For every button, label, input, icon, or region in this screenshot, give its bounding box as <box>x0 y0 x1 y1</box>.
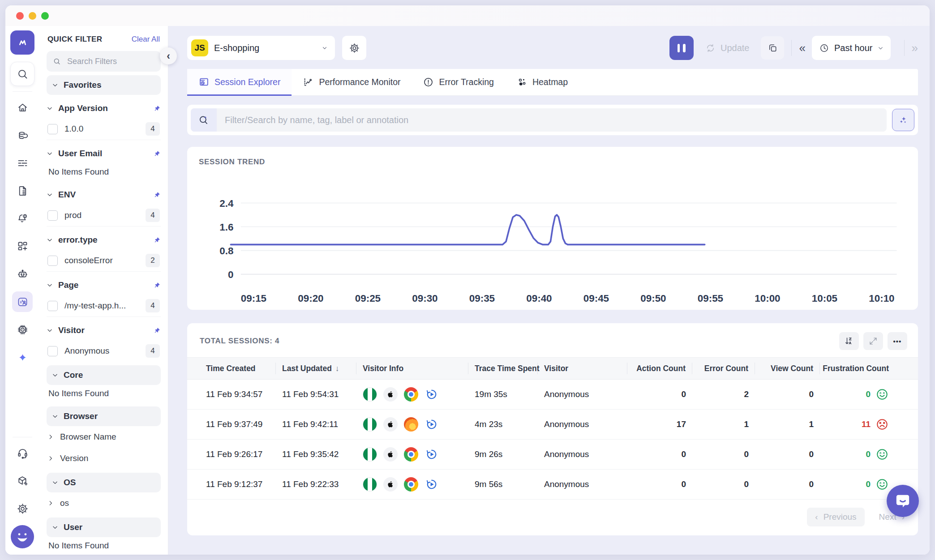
total-sessions-title: TOTAL SESSIONS: 4 <box>200 337 279 346</box>
action-count-cell: 0 <box>627 389 692 399</box>
checkbox[interactable] <box>47 301 58 311</box>
sort-button[interactable] <box>839 332 859 350</box>
time-range-selector[interactable]: Past hour <box>812 36 891 60</box>
filter-section-favorites-header[interactable]: Favorites <box>47 75 161 95</box>
tab-heatmap[interactable]: Heatmap <box>505 69 579 95</box>
rail-item-integrations[interactable] <box>12 470 33 491</box>
filter-section-browser-header[interactable]: Browser <box>47 406 161 426</box>
rail-item-reports[interactable] <box>12 180 33 201</box>
time-back-button[interactable]: « <box>799 42 805 54</box>
table-more-button[interactable]: ••• <box>888 332 907 350</box>
filter-subsection-version[interactable]: Version <box>47 448 161 469</box>
filter-option-anonymous[interactable]: Anonymous 4 <box>47 340 161 362</box>
tab-error-tracking[interactable]: Error Tracking <box>412 69 505 95</box>
chevron-down-icon <box>47 327 53 333</box>
filter-option-console-error[interactable]: consoleError 2 <box>47 250 161 272</box>
visitor-info-cell <box>356 387 468 402</box>
column-visitor[interactable]: Visitor <box>538 363 627 374</box>
filter-section-error-type-header[interactable]: error.type <box>47 230 161 250</box>
filter-subsection-browser-name[interactable]: Browser Name <box>47 426 161 448</box>
session-row-2[interactable]: 11 Feb 9:37:49 11 Feb 9:42:11 4m 23s Ano… <box>187 410 918 440</box>
pause-live-button[interactable] <box>669 36 694 60</box>
clear-all-button[interactable]: Clear All <box>132 35 160 44</box>
update-button[interactable]: Update <box>705 43 750 53</box>
filter-option-app-version[interactable]: 1.0.0 4 <box>47 118 161 140</box>
ai-assist-button[interactable] <box>892 109 914 131</box>
filter-section-env-header[interactable]: ENV <box>47 185 161 205</box>
session-row-3[interactable]: 11 Feb 9:26:17 11 Feb 9:35:42 9m 26s Ano… <box>187 440 918 470</box>
chrome-browser-icon <box>404 477 418 492</box>
rail-search-button[interactable] <box>10 62 34 86</box>
minimize-window-button[interactable] <box>29 12 36 20</box>
chat-support-button[interactable] <box>887 485 919 517</box>
session-row-1[interactable]: 11 Feb 9:34:57 11 Feb 9:54:31 19m 35s An… <box>187 380 918 410</box>
checkbox[interactable] <box>47 346 58 356</box>
zoom-window-button[interactable] <box>41 12 49 20</box>
expand-table-button[interactable] <box>863 332 883 350</box>
column-action-count[interactable]: Action Count <box>627 363 692 374</box>
rail-item-ai[interactable] <box>12 347 33 368</box>
checkbox[interactable] <box>47 124 58 134</box>
checkbox[interactable] <box>47 256 58 266</box>
filter-search-input[interactable] <box>66 56 154 67</box>
project-selector[interactable]: JS E-shopping <box>187 36 335 60</box>
rail-item-processor[interactable] <box>12 319 33 340</box>
middleware-logo[interactable] <box>10 30 34 55</box>
no-items-found-text: No Items Found <box>47 385 161 403</box>
filter-section-app-version-header[interactable]: App Version <box>47 98 161 118</box>
column-view-count[interactable]: View Count <box>755 363 820 374</box>
column-error-count[interactable]: Error Count <box>692 363 755 374</box>
project-settings-button[interactable] <box>342 36 366 60</box>
filter-option-prod[interactable]: prod 4 <box>47 205 161 227</box>
rail-item-home[interactable] <box>12 97 33 118</box>
session-row-4[interactable]: 11 Feb 9:12:37 11 Feb 9:22:33 9m 56s Ano… <box>187 470 918 500</box>
filter-section-core-header[interactable]: Core <box>47 365 161 385</box>
session-replay-icon[interactable] <box>425 417 439 432</box>
copy-icon <box>768 43 778 53</box>
column-frustration-count[interactable]: Frustration Count <box>820 363 895 374</box>
rail-item-assistant-bot[interactable] <box>12 264 33 284</box>
rail-item-alerts[interactable] <box>12 208 33 229</box>
previous-page-button[interactable]: ‹ Previous <box>807 508 864 526</box>
time-forward-button[interactable]: » <box>912 42 918 54</box>
session-replay-icon[interactable] <box>425 447 439 462</box>
filter-option-page-url[interactable]: /my-test-app.h... 4 <box>47 295 161 317</box>
rail-item-rum-session[interactable] <box>12 291 33 312</box>
filter-section-user: User No Items Found <box>47 517 161 555</box>
rail-item-support[interactable] <box>12 443 33 463</box>
checkbox[interactable] <box>47 210 58 221</box>
rail-item-infrastructure[interactable] <box>12 125 33 145</box>
rail-item-logs[interactable] <box>12 153 33 173</box>
copy-link-button[interactable] <box>761 36 784 60</box>
tab-performance-monitor[interactable]: Performance Monitor <box>292 69 412 95</box>
collapse-panel-button[interactable]: ‹ <box>160 47 177 64</box>
filter-section-visitor-header[interactable]: Visitor <box>47 321 161 340</box>
filter-section-user-email-header[interactable]: User Email <box>47 144 161 163</box>
column-last-updated[interactable]: Last Updated ↓ <box>276 363 356 374</box>
filter-subsection-os[interactable]: os <box>47 492 161 514</box>
filter-section-visitor: Visitor Anonymous 4 <box>47 321 161 362</box>
chevron-right-icon <box>47 434 54 440</box>
column-trace-time-spent[interactable]: Trace Time Spent <box>468 363 538 374</box>
session-replay-icon[interactable] <box>425 477 439 492</box>
session-search-input[interactable] <box>217 115 887 125</box>
filter-section-page-header[interactable]: Page <box>47 275 161 295</box>
error-count-cell: 0 <box>692 449 755 459</box>
column-visitor-info[interactable]: Visitor Info <box>356 363 468 374</box>
user-avatar[interactable] <box>11 525 34 548</box>
rail-item-dashboard-builder[interactable] <box>12 236 33 256</box>
svg-text:09:35: 09:35 <box>469 293 495 304</box>
quick-filter-panel: QUICK FILTER Clear All Favorites App Ver… <box>39 26 168 555</box>
filter-section-os-header[interactable]: OS <box>47 473 161 492</box>
close-window-button[interactable] <box>16 12 24 20</box>
filter-section-user-header[interactable]: User <box>47 517 161 537</box>
count-badge: 4 <box>146 209 160 222</box>
chevron-down-icon <box>52 524 58 530</box>
session-replay-icon[interactable] <box>425 387 439 402</box>
error-tracking-icon <box>423 77 434 88</box>
rail-item-settings[interactable] <box>12 498 33 519</box>
topbar-divider <box>791 40 792 56</box>
tab-session-explorer[interactable]: Session Explorer <box>187 69 292 95</box>
column-time-created[interactable]: Time Created <box>200 363 276 374</box>
svg-text:09:40: 09:40 <box>526 293 552 304</box>
